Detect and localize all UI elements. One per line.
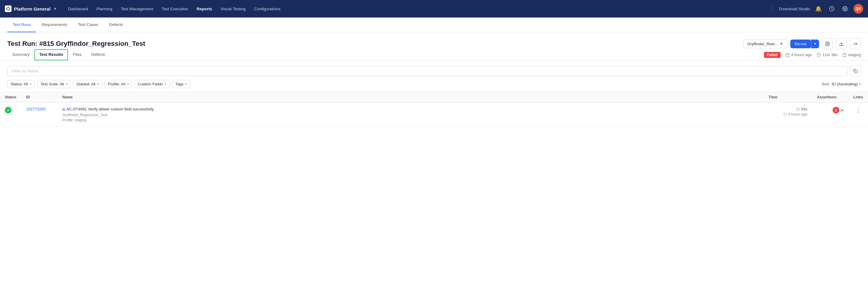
filter-status-label: Status: All: [10, 82, 28, 86]
download-action-icon[interactable]: [836, 38, 847, 49]
history-icon[interactable]: [827, 4, 837, 13]
copy-icon-button[interactable]: [850, 66, 861, 76]
nav-planning[interactable]: Planning: [93, 5, 116, 13]
filter-test-suite[interactable]: Test Suite: All ▾: [37, 80, 71, 88]
table-body: 102773292 ⧉ AC-ST4091 Verify delete cust…: [0, 103, 868, 127]
assertion-total: /4: [840, 108, 844, 113]
row-name-cell: ⧉ AC-ST4091 Verify delete custom field s…: [57, 103, 764, 127]
brand-logo[interactable]: Platform General ▾: [5, 5, 56, 12]
filter-profile[interactable]: Profile: All ▾: [104, 80, 132, 88]
main-content: Test Run: #815 Gryffindor_Regression_Tes…: [0, 32, 868, 287]
nav-download-studio[interactable]: Download Studio: [775, 5, 813, 13]
inner-tab-defects[interactable]: Defects: [87, 49, 110, 60]
result-name-row: ⧉ AC-ST4091 Verify delete custom field s…: [62, 107, 759, 112]
environment-value: staging: [848, 52, 861, 57]
time-ago-text: 4 hours ago: [788, 112, 807, 116]
filter-tags[interactable]: Tags ▾: [172, 80, 190, 88]
brand-icon: [5, 5, 11, 12]
sort-label: Sort:: [822, 82, 830, 86]
search-input[interactable]: [7, 66, 847, 76]
user-avatar[interactable]: QA: [854, 4, 863, 13]
filter-started[interactable]: Started: All ▾: [73, 80, 102, 88]
filter-started-label: Started: All: [76, 82, 96, 86]
brand-name: Platform General: [14, 6, 51, 11]
filter-profile-chevron-icon: ▾: [127, 82, 129, 86]
settings-icon[interactable]: [840, 4, 850, 13]
top-navigation: Platform General ▾ Dashboard Planning Te…: [0, 0, 868, 17]
result-name-text: AC-ST4091 Verify delete custom field suc…: [66, 107, 154, 111]
tab-test-runs[interactable]: Test Runs: [7, 17, 36, 32]
tab-defects[interactable]: Defects: [104, 17, 128, 32]
environment-info: staging: [842, 52, 861, 57]
nav-right-actions: 🔔 QA: [813, 4, 863, 13]
launch-icon: ✈: [780, 41, 783, 46]
filter-status[interactable]: Status: All ▾: [7, 80, 35, 88]
inner-tab-files[interactable]: Files: [68, 49, 87, 60]
pass-status-icon: [5, 107, 11, 113]
inner-tabs: Summary Test Results Files Defects: [7, 49, 110, 60]
duration-info: 11m 38s: [816, 52, 837, 57]
rerun-button-group: Re-run ▾: [790, 40, 819, 48]
brand-chevron-icon[interactable]: ▾: [54, 7, 56, 11]
status-badge: Failed: [764, 52, 781, 58]
rerun-dropdown-button[interactable]: ▾: [811, 40, 819, 48]
sort-value-button[interactable]: ID (Ascending) ▾: [832, 82, 861, 86]
th-name: Name: [57, 92, 764, 103]
results-table: Status ID Name Time Assertions Links 102…: [0, 92, 868, 127]
filter-area: Status: All ▾ Test Suite: All ▾ Started:…: [0, 61, 868, 92]
nav-test-execution[interactable]: Test Execution: [158, 5, 192, 13]
sort-group: Sort: ID (Ascending) ▾: [822, 82, 861, 86]
svg-rect-11: [855, 70, 857, 73]
row-status-cell: [0, 103, 21, 127]
search-input-wrap: [7, 66, 847, 76]
environment-badge[interactable]: Gryffindor_Rele... ✈: [743, 39, 787, 48]
nav-configurations[interactable]: Configurations: [250, 5, 284, 13]
tab-requirements[interactable]: Requirements: [36, 17, 72, 32]
more-options-icon[interactable]: ⋮: [853, 107, 863, 113]
inner-tab-header: Summary Test Results Files Defects Faile…: [0, 49, 868, 61]
svg-rect-6: [786, 53, 789, 57]
settings-action-icon[interactable]: [822, 38, 833, 49]
tab-test-cases[interactable]: Test Cases: [72, 17, 104, 32]
duration-value: 11m 38s: [823, 52, 837, 57]
time-seconds: 54s: [801, 107, 807, 111]
notification-icon[interactable]: 🔔: [813, 4, 823, 13]
th-assertions: Assertions: [812, 92, 848, 103]
filter-suite-chevron-icon: ▾: [66, 82, 67, 86]
th-time: Time: [764, 92, 812, 103]
filter-custom-fields-label: Custom Fields: [138, 82, 163, 86]
row-id-cell: 102773292: [21, 103, 57, 127]
th-status: Status: [0, 92, 21, 103]
svg-point-4: [827, 43, 828, 44]
test-run-header: Test Run: #815 Gryffindor_Regression_Tes…: [0, 32, 868, 49]
sort-value-text: ID (Ascending): [832, 82, 858, 86]
result-profile: Profile: staging: [62, 118, 759, 122]
inner-tab-test-results[interactable]: Test Results: [34, 49, 68, 60]
share-action-icon[interactable]: [850, 38, 861, 49]
filter-tags-chevron-icon: ▾: [185, 82, 187, 86]
rerun-button[interactable]: Re-run: [790, 40, 811, 48]
inner-tab-summary[interactable]: Summary: [7, 49, 34, 60]
status-info: Failed 4 hours ago 11m 38s staging: [764, 52, 861, 58]
nav-dashboard[interactable]: Dashboard: [64, 5, 92, 13]
filter-custom-fields[interactable]: Custom Fields ▾: [134, 80, 169, 88]
sort-chevron-icon: ▾: [859, 82, 861, 86]
th-id: ID: [21, 92, 57, 103]
filter-started-chevron-icon: ▾: [97, 82, 99, 86]
test-run-title: Test Run: #815 Gryffindor_Regression_Tes…: [7, 40, 145, 48]
th-links: Links: [848, 92, 868, 103]
result-id-link[interactable]: 102773292: [26, 107, 45, 111]
table-row: 102773292 ⧉ AC-ST4091 Verify delete cust…: [0, 103, 868, 127]
assertions-display: 1 /4: [817, 107, 843, 113]
external-link-icon: ⧉: [62, 107, 65, 112]
test-run-actions: Gryffindor_Rele... ✈ Re-run ▾: [743, 38, 861, 49]
row-assertions-cell: 1 /4: [812, 103, 848, 127]
row-links-cell: ⋮: [848, 103, 868, 127]
rerun-label: Re-run: [795, 42, 807, 46]
time-ago: 4 hours ago: [769, 112, 807, 116]
assertion-fail-badge: 1: [833, 107, 839, 113]
filter-status-chevron-icon: ▾: [30, 82, 31, 86]
nav-test-management[interactable]: Test Management: [117, 5, 157, 13]
nav-visual-testing[interactable]: Visual Testing: [217, 5, 249, 13]
nav-reports[interactable]: Reports: [193, 5, 216, 13]
